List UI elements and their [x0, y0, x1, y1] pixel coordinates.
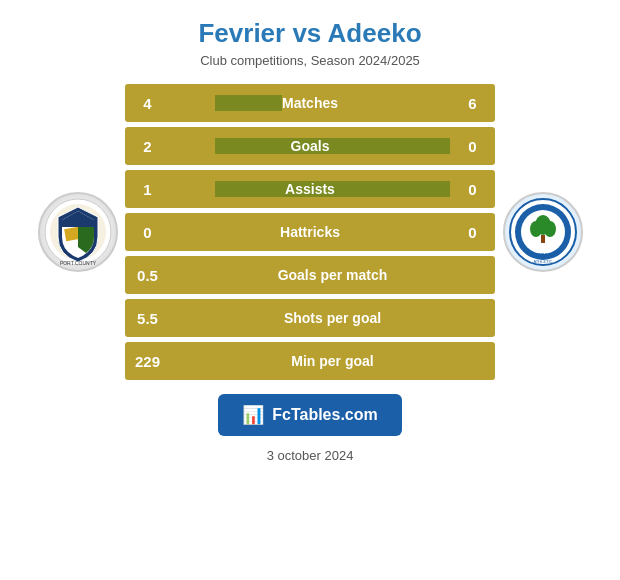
wigan-svg: WIGAN ATHLETIC: [508, 197, 578, 267]
stat-right-value: 6: [450, 95, 495, 112]
fctables-logo[interactable]: 📊 FcTables.com: [218, 394, 402, 436]
stat-bar: Goals per match: [170, 267, 495, 283]
right-team-logo: WIGAN ATHLETIC: [503, 192, 583, 272]
port-county-svg: PORT COUNTY: [43, 197, 113, 267]
stat-bar: Matches: [170, 95, 450, 111]
stat-label: Shots per goal: [284, 310, 381, 326]
fctables-chart-icon: 📊: [242, 404, 264, 426]
stat-label: Assists: [285, 181, 335, 197]
stat-left-value: 4: [125, 95, 170, 112]
svg-text:WIGAN: WIGAN: [534, 252, 552, 258]
match-subtitle: Club competitions, Season 2024/2025: [200, 53, 420, 68]
stat-right-value: 0: [450, 181, 495, 198]
stat-label: Min per goal: [291, 353, 373, 369]
stat-left-value: 2: [125, 138, 170, 155]
right-team-logo-area: WIGAN ATHLETIC: [495, 192, 590, 272]
stat-left-value: 0: [125, 224, 170, 241]
left-team-logo-area: PORT COUNTY: [30, 192, 125, 272]
main-content: PORT COUNTY 4 Matches 6 2 Goals 0 1: [10, 84, 610, 380]
stat-bar: Assists: [170, 181, 450, 197]
svg-rect-9: [541, 235, 545, 243]
stat-bar: Goals: [170, 138, 450, 154]
stat-label: Goals: [291, 138, 330, 154]
stat-left-value: 0.5: [125, 267, 170, 284]
stat-label: Hattricks: [280, 224, 340, 240]
stat-bar: Hattricks: [170, 224, 450, 240]
stat-left-value: 5.5: [125, 310, 170, 327]
stat-row: 0.5 Goals per match: [125, 256, 495, 294]
stat-row: 1 Assists 0: [125, 170, 495, 208]
stat-row: 4 Matches 6: [125, 84, 495, 122]
stat-left-value: 1: [125, 181, 170, 198]
stat-bar: Min per goal: [170, 353, 495, 369]
svg-text:PORT COUNTY: PORT COUNTY: [59, 260, 96, 266]
stat-bar: Shots per goal: [170, 310, 495, 326]
stat-label: Matches: [282, 95, 338, 111]
stat-row: 5.5 Shots per goal: [125, 299, 495, 337]
svg-point-7: [530, 221, 542, 237]
fctables-label: FcTables.com: [272, 406, 378, 424]
stat-row: 0 Hattricks 0: [125, 213, 495, 251]
stat-label: Goals per match: [278, 267, 388, 283]
page-container: Fevrier vs Adeeko Club competitions, Sea…: [0, 0, 620, 580]
stats-area: 4 Matches 6 2 Goals 0 1 Assists 0 0: [125, 84, 495, 380]
stat-left-value: 229: [125, 353, 170, 370]
date-footer: 3 october 2024: [267, 448, 354, 463]
stat-right-value: 0: [450, 224, 495, 241]
stat-row: 2 Goals 0: [125, 127, 495, 165]
stat-row: 229 Min per goal: [125, 342, 495, 380]
match-title: Fevrier vs Adeeko: [198, 18, 421, 49]
svg-text:ATHLETIC: ATHLETIC: [533, 259, 552, 264]
svg-point-8: [544, 221, 556, 237]
stat-right-value: 0: [450, 138, 495, 155]
left-team-logo: PORT COUNTY: [38, 192, 118, 272]
